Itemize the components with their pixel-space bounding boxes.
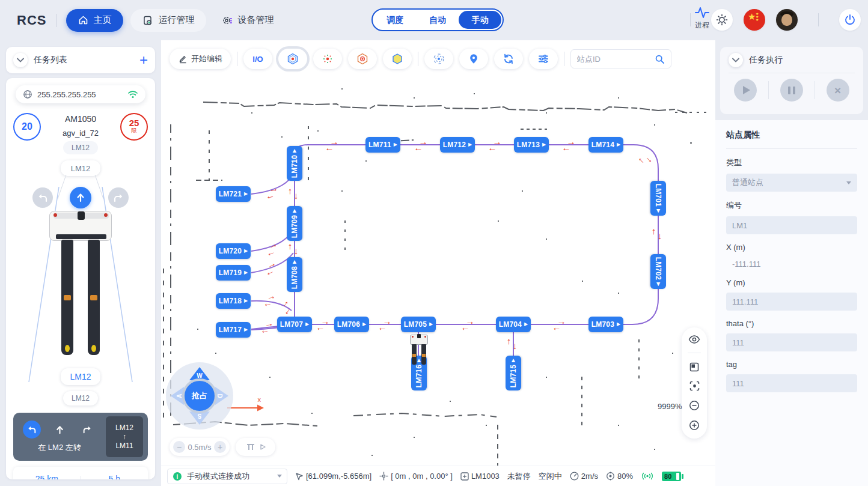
language-flag-button[interactable]: ★ ★★★ bbox=[744, 9, 765, 31]
mode-auto[interactable]: 自动 bbox=[417, 11, 459, 29]
tab-operations[interactable]: 运行管理 bbox=[130, 9, 206, 32]
zoom-in-button[interactable] bbox=[689, 420, 700, 431]
map-node-LM701[interactable]: LM701▶ bbox=[650, 181, 666, 216]
map-node-LM717[interactable]: LM717▶ bbox=[216, 322, 251, 338]
agv-model: AM1050 bbox=[41, 114, 120, 124]
current-station: LM1003 bbox=[460, 472, 500, 481]
map-node-LM708[interactable]: LM708▶ bbox=[287, 257, 302, 292]
map-node-LM719[interactable]: LM719▶ bbox=[216, 265, 251, 281]
map-node-LM720[interactable]: LM720▶ bbox=[216, 243, 251, 259]
map-node-LM705[interactable]: LM705▶ bbox=[401, 317, 436, 332]
station-search-input[interactable] bbox=[577, 55, 651, 64]
speed-decrease-button[interactable]: − bbox=[173, 441, 185, 453]
home-icon bbox=[78, 15, 88, 25]
field-y: Y (m) bbox=[726, 278, 857, 311]
relocate-button[interactable] bbox=[424, 49, 453, 69]
power-icon bbox=[844, 14, 856, 26]
map-node-LM702[interactable]: LM702▶ bbox=[650, 254, 666, 289]
navigation-panel: 在 LM2 左转 LM12 ↑ LM11 bbox=[13, 413, 148, 461]
code-input[interactable] bbox=[726, 216, 857, 234]
map-node-LM713[interactable]: LM713▶ bbox=[514, 137, 549, 153]
manual-speed-control: − 0.5m/s + bbox=[170, 438, 230, 456]
center-focus-button[interactable] bbox=[689, 381, 700, 391]
map-node-LM715[interactable]: LM715▶ bbox=[506, 356, 521, 390]
mode-dispatch[interactable]: 调度 bbox=[374, 11, 417, 29]
hexagon-filled-icon bbox=[391, 53, 403, 65]
speed-value: 0.5m/s bbox=[188, 443, 211, 452]
right-sidebar: 任务执行 × 站点属性 类型 普通站点 编号 bbox=[715, 40, 868, 486]
task-cancel-button[interactable]: × bbox=[827, 79, 849, 102]
cursor-icon bbox=[295, 472, 304, 481]
station-search bbox=[570, 49, 671, 68]
hexagon-nested-icon bbox=[287, 53, 299, 65]
fork-action-button[interactable] bbox=[236, 438, 275, 456]
task-pause-button[interactable] bbox=[780, 79, 803, 102]
visibility-button[interactable] bbox=[688, 335, 700, 344]
theme-toggle-button[interactable] bbox=[711, 9, 733, 31]
start-edit-label: 开始编辑 bbox=[191, 53, 222, 64]
layer-zone-button[interactable] bbox=[383, 49, 412, 69]
station-tag: LM12 bbox=[63, 391, 98, 406]
map-node-LM706[interactable]: LM706▶ bbox=[334, 317, 369, 332]
add-task-button[interactable]: + bbox=[139, 53, 148, 67]
field-theta: thata (°) bbox=[726, 319, 857, 351]
x-value: -111.111 bbox=[726, 257, 857, 270]
speed-increase-button[interactable]: + bbox=[214, 441, 226, 453]
zoom-out-button[interactable] bbox=[689, 400, 700, 411]
map-node-LM711[interactable]: LM711▶ bbox=[365, 137, 400, 153]
map-node-LM721[interactable]: LM721▶ bbox=[216, 186, 251, 202]
map-node-LM714[interactable]: LM714▶ bbox=[588, 137, 623, 153]
point-cloud-icon bbox=[322, 53, 334, 65]
start-edit-button[interactable]: 开始编辑 bbox=[170, 49, 231, 69]
hexagon-target-icon bbox=[356, 53, 368, 65]
pause-state: 未暂停 bbox=[507, 471, 531, 482]
user-avatar[interactable] bbox=[776, 9, 798, 31]
agv-ip-address: 255.255.255.255 bbox=[37, 90, 123, 99]
connection-message[interactable]: i 手动模式连接成功 bbox=[167, 469, 287, 484]
sun-icon bbox=[716, 14, 728, 26]
tag-input[interactable] bbox=[726, 374, 857, 392]
nav-instruction: 在 LM2 左转 bbox=[38, 442, 81, 453]
filter-settings-button[interactable] bbox=[529, 49, 558, 69]
chevron-down-icon bbox=[277, 475, 282, 478]
map-node-LM710[interactable]: LM710▶ bbox=[287, 146, 302, 181]
battery-percent: 80 bbox=[664, 473, 671, 480]
map-node-LM703[interactable]: LM703▶ bbox=[588, 317, 623, 332]
station-tag: LM12 bbox=[61, 160, 100, 176]
layer-target-button[interactable] bbox=[348, 49, 377, 69]
flag-star-icon: ★ bbox=[748, 11, 756, 22]
map-node-LM707[interactable]: LM707▶ bbox=[277, 317, 312, 332]
collapse-task-list-button[interactable] bbox=[13, 53, 28, 67]
task-exec-title: 任务执行 bbox=[749, 55, 783, 65]
field-code: 编号 bbox=[726, 200, 857, 234]
agv-robot[interactable] bbox=[410, 335, 428, 366]
refresh-button[interactable] bbox=[494, 49, 523, 69]
mode-manual[interactable]: 手动 bbox=[459, 11, 501, 29]
power-button[interactable] bbox=[839, 9, 861, 31]
type-select[interactable]: 普通站点 bbox=[726, 174, 857, 192]
locate-button[interactable] bbox=[459, 49, 488, 69]
search-icon[interactable] bbox=[655, 54, 665, 64]
map-node-LM709[interactable]: LM709▶ bbox=[287, 206, 302, 241]
straight-icon bbox=[50, 421, 69, 439]
seize-control-button[interactable]: 抢占 bbox=[182, 378, 217, 413]
task-play-button[interactable] bbox=[734, 79, 757, 102]
map-canvas[interactable]: LM711▶LM712▶LM713▶LM714▶LM710▶LM721▶LM70… bbox=[161, 40, 715, 486]
minimap-button[interactable] bbox=[689, 362, 699, 372]
agv-ip-row[interactable]: 255.255.255.255 bbox=[16, 85, 145, 103]
map-panel[interactable]: LM711▶LM712▶LM713▶LM714▶LM710▶LM721▶LM70… bbox=[161, 40, 715, 486]
io-button[interactable]: I/O bbox=[243, 49, 272, 69]
map-pin-icon bbox=[468, 53, 479, 65]
y-input[interactable] bbox=[726, 293, 857, 311]
tab-devices[interactable]: 设备管理 bbox=[210, 9, 286, 32]
speed-limit-badge: 20 bbox=[13, 113, 41, 141]
tab-operations-label: 运行管理 bbox=[158, 14, 194, 26]
collapse-task-exec-button[interactable] bbox=[729, 53, 743, 67]
layer-pointcloud-button[interactable] bbox=[313, 49, 342, 69]
map-node-LM718[interactable]: LM718▶ bbox=[216, 293, 251, 309]
tab-home[interactable]: 主页 bbox=[66, 9, 123, 32]
map-node-LM704[interactable]: LM704▶ bbox=[496, 317, 531, 332]
theta-input[interactable] bbox=[726, 333, 857, 351]
layer-stations-button[interactable] bbox=[278, 49, 307, 69]
map-node-LM712[interactable]: LM712▶ bbox=[440, 137, 475, 153]
